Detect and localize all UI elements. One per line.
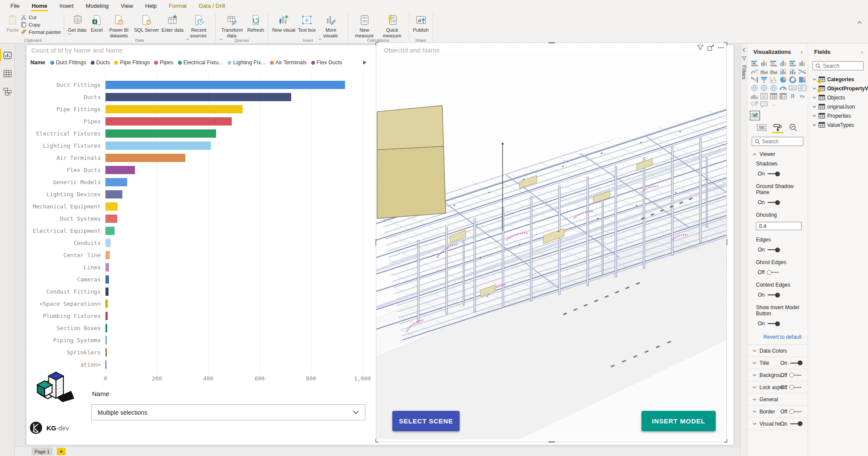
multi-row-card-icon[interactable]	[798, 84, 806, 92]
format-section-title[interactable]: TitleOn	[747, 357, 808, 369]
bar[interactable]	[105, 190, 122, 198]
focus-mode-icon[interactable]	[707, 45, 714, 51]
field-table-objects[interactable]: Objects	[811, 93, 868, 102]
treemap-icon[interactable]	[798, 76, 806, 83]
format-section-lock-aspe-[interactable]: Lock aspe...Off	[747, 381, 808, 393]
bar[interactable]	[105, 324, 107, 332]
bar-row[interactable]: Cameras	[26, 273, 362, 285]
bar[interactable]	[105, 312, 108, 320]
bar[interactable]	[105, 81, 345, 89]
toggle-switch[interactable]: Off	[780, 384, 802, 390]
area-chart-icon[interactable]	[760, 68, 768, 75]
clustered-column-chart-icon[interactable]	[779, 59, 787, 67]
gauge-icon[interactable]	[779, 84, 787, 92]
tab-modeling[interactable]: Modeling	[80, 0, 115, 12]
pie-chart-icon[interactable]	[779, 76, 787, 83]
map-icon[interactable]	[750, 84, 759, 92]
tab-format[interactable]: Format	[163, 0, 193, 12]
chevron-down-icon[interactable]	[812, 124, 816, 126]
visualizations-search[interactable]	[752, 137, 803, 146]
enter-data-button[interactable]: Enter data	[160, 13, 185, 34]
slicer-icon[interactable]	[760, 93, 768, 100]
toggle-switch[interactable]: On	[780, 360, 802, 366]
bar-row[interactable]: Electrical Equipment	[26, 225, 362, 237]
100-stacked-column-chart-icon[interactable]	[798, 59, 806, 67]
bar[interactable]	[105, 251, 110, 259]
legend-item[interactable]: Pipe Fittings	[114, 59, 150, 66]
bar[interactable]	[105, 93, 291, 101]
fields-tab[interactable]	[757, 124, 766, 133]
selection-handle[interactable]	[375, 439, 379, 443]
toggle-switch[interactable]: Off	[780, 372, 802, 378]
model-view-button[interactable]	[0, 84, 15, 99]
new-visual-button[interactable]: New visual	[271, 13, 296, 34]
bar-row[interactable]: Piping Systems	[26, 334, 362, 346]
data-view-button[interactable]	[0, 66, 15, 81]
search-input[interactable]	[823, 63, 861, 69]
analytics-tab[interactable]	[789, 123, 797, 133]
bar-row[interactable]: Flex Ducts	[26, 164, 362, 176]
get-data-button[interactable]: Get data	[67, 13, 89, 36]
collapse-pane-icon[interactable]: ›	[861, 49, 863, 55]
card-icon[interactable]: 123	[789, 84, 797, 92]
bar-row[interactable]: Lighting Devices	[26, 188, 362, 200]
report-view-button[interactable]	[0, 48, 15, 63]
tab-insert[interactable]: Insert	[53, 0, 80, 12]
fields-search[interactable]	[812, 61, 864, 70]
recent-sources-button[interactable]: Recent sources	[185, 13, 213, 41]
toggle-switch[interactable]: On	[758, 171, 779, 177]
legend-next-icon[interactable]	[363, 60, 366, 65]
bar-row[interactable]: Sprinklers	[26, 346, 362, 358]
bar-row[interactable]: Air Terminals	[26, 152, 362, 164]
bar-row[interactable]: ation>	[26, 358, 362, 370]
stacked-column-chart-icon[interactable]	[760, 59, 768, 67]
format-section-data-colors[interactable]: Data Colors	[747, 345, 808, 357]
bar-row[interactable]: Electrical Fixtures	[26, 127, 362, 139]
more-visuals-button[interactable]: More visuals	[317, 13, 345, 41]
toggle-switch[interactable]: Off	[758, 269, 779, 275]
bar-row[interactable]: Lines	[26, 261, 362, 273]
format-section-visual-he-[interactable]: Visual he...On	[747, 418, 808, 430]
chevron-down-icon[interactable]	[812, 106, 816, 108]
bar-row[interactable]: Mechanical Equipment	[26, 200, 362, 212]
new-measure-button[interactable]: New measure	[351, 13, 378, 39]
paste-button[interactable]: Paste	[4, 13, 21, 34]
legend-item[interactable]: Electrical Fixtu...	[178, 59, 224, 66]
refresh-button[interactable]: Refresh	[246, 13, 266, 34]
text-box-button[interactable]: A Text box	[297, 13, 317, 34]
legend-item[interactable]: Pipes	[154, 59, 173, 66]
donut-chart-icon[interactable]	[789, 76, 797, 83]
funnel-chart-icon[interactable]	[760, 76, 768, 83]
transform-data-button[interactable]: Transform data	[218, 13, 246, 41]
legend-item[interactable]: Air Terminals	[270, 59, 307, 66]
sql-server-button[interactable]: SQL Server	[133, 13, 160, 34]
tab-home[interactable]: Home	[26, 0, 53, 12]
format-section-border[interactable]: BorderOff	[747, 406, 808, 418]
selection-handle[interactable]	[724, 42, 727, 46]
clustered-bar-chart-icon[interactable]	[769, 59, 778, 67]
toggle-switch[interactable]: On	[758, 321, 779, 327]
tab-data-drill[interactable]: Data / Drill	[193, 0, 231, 12]
power-bi-datasets-button[interactable]: Power BI datasets	[105, 13, 133, 39]
field-table-properties[interactable]: Properties	[811, 111, 868, 120]
field-table-originaljson[interactable]: originalJson	[811, 102, 868, 111]
report-page[interactable]: Count of Id by Name and Name Name Duct F…	[26, 45, 733, 445]
excel-button[interactable]: X Excel	[89, 13, 105, 34]
filters-rail-label[interactable]: Filters	[741, 65, 747, 79]
format-tab[interactable]	[773, 124, 782, 133]
legend-item[interactable]: Ducts	[91, 59, 110, 66]
bar[interactable]	[105, 117, 232, 126]
bar[interactable]	[105, 178, 127, 186]
bar-row[interactable]: Pipes	[26, 115, 362, 127]
bar[interactable]	[105, 202, 118, 211]
quick-measure-button[interactable]: Quick measure	[378, 13, 406, 39]
more-options-icon[interactable]	[718, 47, 724, 49]
bar[interactable]	[105, 360, 106, 369]
line-and-stacked-column-chart-icon[interactable]	[779, 68, 787, 75]
tab-view[interactable]: View	[115, 0, 139, 12]
bar[interactable]	[105, 300, 108, 308]
selection-handle[interactable]	[724, 439, 727, 443]
python-visual-icon[interactable]: Py	[798, 93, 806, 100]
bar[interactable]	[105, 348, 107, 357]
bar[interactable]	[105, 275, 109, 284]
